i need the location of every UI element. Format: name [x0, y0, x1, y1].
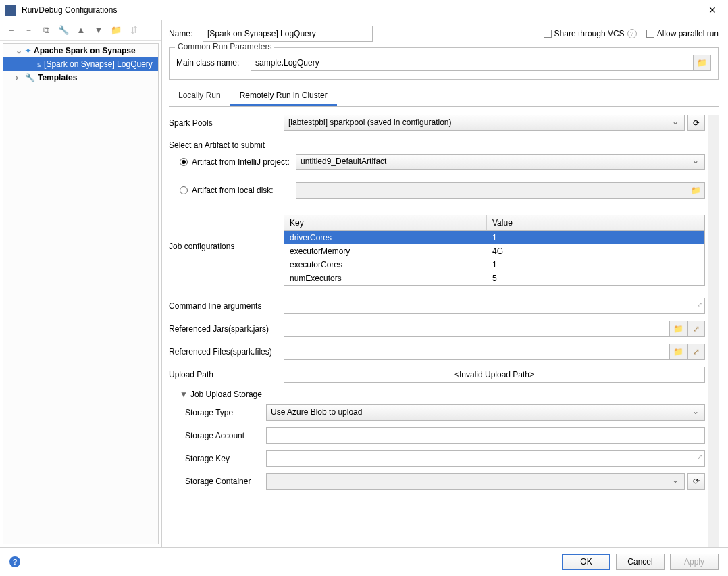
artifact-intellij-label: Artifact from IntelliJ project: [192, 157, 293, 167]
job-config-table[interactable]: Key Value driverCores1 executorMemory4G … [284, 215, 705, 286]
dialog-footer: ? OK Cancel Apply [0, 547, 728, 575]
storage-key-input[interactable] [266, 450, 705, 467]
storage-section-label: Job Upload Storage [190, 390, 262, 399]
run-tabs: Locally Run Remotely Run in Cluster [169, 86, 719, 107]
expand-icon[interactable]: ⤢ [697, 300, 702, 308]
table-header-key: Key [284, 215, 487, 230]
tree-node-spark-synapse[interactable]: ⌄ ✦ Apache Spark on Synapse [3, 44, 158, 57]
share-vcs-label: Share through VCS [554, 29, 625, 38]
checkbox-icon [544, 30, 552, 38]
copy-icon[interactable]: ⧉ [41, 25, 51, 36]
spark-pools-label: Spark Pools [169, 118, 284, 128]
apply-button[interactable]: Apply [670, 554, 719, 570]
down-icon[interactable]: ▼ [93, 25, 104, 36]
refresh-icon[interactable]: ⟳ [687, 115, 705, 131]
tab-remotely-run[interactable]: Remotely Run in Cluster [230, 86, 337, 106]
remove-icon[interactable]: － [23, 25, 34, 36]
artifact-section-label: Select an Artifact to submit [169, 140, 705, 150]
sidebar: ＋ － ⧉ 🔧 ▲ ▼ 📁 ⇵ ⌄ ✦ Apache Spark on Syna… [0, 20, 162, 547]
artifact-intellij-select[interactable]: untitled9_DefaultArtifact [296, 154, 705, 170]
browse-icon[interactable]: 📁 [670, 321, 687, 337]
parallel-run-checkbox[interactable]: Allow parallel run [646, 29, 719, 38]
artifact-local-label: Artifact from local disk: [192, 186, 293, 195]
name-label: Name: [169, 29, 203, 38]
expand-icon[interactable]: ⤢ [687, 321, 705, 337]
ref-files-input[interactable] [284, 344, 670, 360]
cmd-args-label: Command line arguments [169, 301, 284, 311]
storage-account-input[interactable] [266, 427, 705, 444]
tab-locally-run[interactable]: Locally Run [169, 86, 230, 106]
help-icon[interactable]: ? [627, 29, 637, 38]
tree-label: Templates [38, 73, 77, 82]
add-icon[interactable]: ＋ [5, 25, 16, 36]
ref-jars-label: Referenced Jars(spark.jars) [169, 324, 284, 334]
spark-icon: ≤ [37, 60, 41, 68]
share-vcs-checkbox[interactable]: Share through VCS [544, 29, 625, 38]
storage-section-toggle[interactable]: ▼ Job Upload Storage [180, 390, 705, 399]
refresh-icon[interactable]: ⟳ [687, 473, 705, 490]
config-tree: ⌄ ✦ Apache Spark on Synapse ≤ [Spark on … [3, 43, 159, 544]
close-icon[interactable]: ✕ [702, 5, 723, 16]
common-run-params: Common Run Parameters Main class name: 📁 [169, 47, 719, 80]
storage-account-label: Storage Account [185, 431, 266, 440]
upload-path-input[interactable] [284, 367, 705, 383]
vertical-scrollbar[interactable] [708, 115, 719, 547]
table-row[interactable]: executorCores1 [284, 258, 704, 271]
tree-label: [Spark on Synapse] LogQuery [44, 59, 153, 69]
help-icon[interactable]: ? [9, 556, 20, 567]
artifact-intellij-radio[interactable] [180, 158, 188, 166]
storage-type-select[interactable]: Use Azure Blob to upload [266, 404, 705, 421]
expand-icon[interactable]: ⤢ [697, 453, 702, 461]
fieldset-legend: Common Run Parameters [175, 42, 274, 51]
remote-form: Spark Pools [labtestpbi] sparkpool (save… [169, 115, 708, 547]
cancel-button[interactable]: Cancel [616, 554, 665, 570]
storage-container-label: Storage Container [185, 477, 266, 486]
spark-icon: ✦ [25, 47, 31, 55]
browse-icon[interactable]: 📁 [670, 344, 687, 360]
storage-container-select[interactable] [266, 473, 685, 490]
main-class-label: Main class name: [176, 58, 251, 68]
wrench-icon: 🔧 [25, 73, 35, 82]
tree-node-templates[interactable]: › 🔧 Templates [3, 71, 158, 84]
wrench-icon[interactable]: 🔧 [58, 25, 69, 36]
browse-icon[interactable]: 📁 [687, 182, 705, 199]
chevron-down-icon: ⌄ [16, 46, 22, 55]
main-class-input[interactable] [251, 55, 694, 71]
table-row[interactable]: driverCores1 [284, 231, 704, 244]
table-row[interactable]: executorMemory4G [284, 244, 704, 258]
storage-key-label: Storage Key [185, 454, 266, 463]
chevron-right-icon: › [16, 73, 22, 82]
table-header-value: Value [487, 215, 704, 230]
browse-icon[interactable]: 📁 [694, 55, 711, 71]
parallel-run-label: Allow parallel run [657, 29, 719, 38]
spark-pools-select[interactable]: [labtestpbi] sparkpool (saved in configu… [284, 115, 685, 131]
artifact-local-input [296, 182, 687, 199]
storage-type-label: Storage Type [185, 408, 266, 417]
artifact-local-radio[interactable] [180, 186, 188, 194]
job-config-label: Job configurations [169, 215, 284, 251]
sidebar-toolbar: ＋ － ⧉ 🔧 ▲ ▼ 📁 ⇵ [0, 20, 161, 41]
name-input[interactable] [203, 26, 373, 42]
expand-icon[interactable]: ⤢ [687, 344, 705, 360]
window-title: Run/Debug Configurations [22, 5, 702, 15]
content-panel: Name: Share through VCS ? Allow parallel… [162, 20, 728, 547]
tree-label: Apache Spark on Synapse [34, 46, 136, 55]
table-row[interactable]: numExecutors5 [284, 271, 704, 285]
cmd-args-input[interactable] [284, 298, 705, 314]
app-icon [5, 5, 16, 16]
tree-node-logquery[interactable]: ≤ [Spark on Synapse] LogQuery [3, 57, 158, 71]
title-bar: Run/Debug Configurations ✕ [0, 0, 728, 20]
checkbox-icon [646, 30, 654, 38]
ok-button[interactable]: OK [562, 554, 610, 570]
ref-jars-input[interactable] [284, 321, 670, 337]
collapse-icon[interactable]: ⇵ [128, 25, 139, 36]
chevron-down-icon: ▼ [180, 390, 188, 399]
upload-path-label: Upload Path [169, 370, 284, 379]
ref-files-label: Referenced Files(spark.files) [169, 347, 284, 357]
folder-icon[interactable]: 📁 [111, 25, 122, 36]
up-icon[interactable]: ▲ [76, 25, 86, 36]
